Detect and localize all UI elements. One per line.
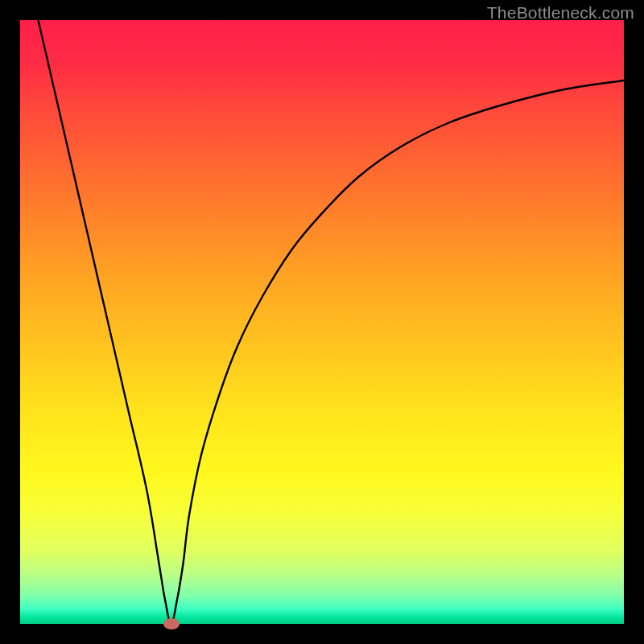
optimum-marker xyxy=(163,618,180,630)
bottleneck-curve-path xyxy=(39,20,625,624)
plot-area xyxy=(20,20,624,624)
curve-svg xyxy=(20,20,624,624)
chart-frame: TheBottleneck.com xyxy=(0,0,644,644)
